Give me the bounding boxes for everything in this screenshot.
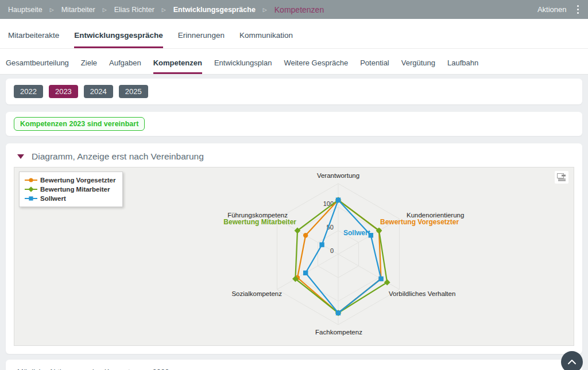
status-badge: Kompetenzen 2023 sind vereinbart — [14, 117, 145, 131]
breadcrumb-bar: Hauptseite▷Mitarbeiter▷Elias Richter▷Ent… — [0, 0, 588, 19]
year-button-2025[interactable]: 2025 — [119, 85, 148, 98]
breadcrumb-item-kompetenzen[interactable]: Kompetenzen — [274, 5, 324, 14]
legend-label: Sollwert — [40, 195, 66, 202]
tab-entwicklungsgespräche[interactable]: Entwicklungsgespräche — [74, 31, 163, 48]
subtab-gesamtbeurteilung[interactable]: Gesamtbeurteilung — [6, 59, 69, 74]
svg-text:Sozialkompetenz: Sozialkompetenz — [231, 290, 282, 297]
chart-export-menu-icon[interactable] — [555, 171, 568, 184]
breadcrumb-item-hauptseite[interactable]: Hauptseite — [8, 6, 42, 14]
breadcrumb-separator-icon: ▷ — [263, 7, 267, 13]
tab-mitarbeiterakte[interactable]: Mitarbeiterakte — [8, 31, 59, 48]
kebab-menu-icon[interactable] — [576, 4, 581, 15]
diagram-section-header[interactable]: Diagramm, Anzeige erst nach Vereinbarung — [14, 149, 574, 167]
breadcrumb-separator-icon: ▷ — [162, 7, 166, 13]
subtab-ziele[interactable]: Ziele — [81, 59, 97, 74]
breadcrumb-item-entwicklungsgespräche[interactable]: Entwicklungsgespräche — [173, 6, 256, 14]
svg-text:Verantwortung: Verantwortung — [317, 172, 359, 179]
legend-item-square[interactable]: Sollwert — [25, 195, 115, 202]
breadcrumb-item-elias-richter[interactable]: Elias Richter — [114, 6, 154, 14]
year-button-2024[interactable]: 2024 — [84, 85, 113, 98]
year-button-2022[interactable]: 2022 — [14, 85, 43, 98]
secondary-tab-bar: GesamtbeurteilungZieleAufgabenKompetenze… — [0, 49, 588, 75]
svg-text:Fachkompetenz: Fachkompetenz — [315, 329, 362, 336]
subtab-entwicklungsplan[interactable]: Entwicklungsplan — [214, 59, 272, 74]
legend-marker-square-icon — [25, 195, 37, 202]
diagram-card: Diagramm, Anzeige erst nach Vereinbarung… — [6, 143, 582, 354]
breadcrumb-item-mitarbeiter[interactable]: Mitarbeiter — [61, 6, 95, 14]
year-filter-card: 2022202320242025 — [6, 79, 582, 104]
chevron-up-icon — [567, 359, 577, 365]
subtab-laufbahn[interactable]: Laufbahn — [447, 59, 478, 74]
svg-text:0: 0 — [330, 247, 334, 254]
topbar-actions: Aktionen — [537, 4, 580, 15]
diagram-section-title: Diagramm, Anzeige erst nach Vereinbarung — [32, 151, 204, 162]
legend-label: Bewertung Mitarbeiter — [40, 186, 110, 193]
svg-text:Vorbildliches Verhalten: Vorbildliches Verhalten — [389, 290, 455, 297]
footer-actions-card: Mögliche Aktionen zu den Kompetenzen 202… — [6, 360, 582, 370]
legend-label: Bewertung Vorgesetzter — [40, 177, 115, 184]
subtab-aufgaben[interactable]: Aufgaben — [109, 59, 141, 74]
subtab-vergütung[interactable]: Vergütung — [401, 59, 435, 74]
tab-kommunikation[interactable]: Kommunikation — [239, 31, 293, 48]
footer-actions-title: Mögliche Aktionen zu den Kompetenzen 202… — [17, 368, 169, 370]
subtab-potential[interactable]: Potential — [360, 59, 389, 74]
legend-item-diamond[interactable]: Bewertung Mitarbeiter — [25, 186, 115, 193]
svg-text:Bewertung Vorgesetzter: Bewertung Vorgesetzter — [380, 218, 459, 226]
breadcrumb-separator-icon: ▷ — [50, 7, 54, 13]
collapse-caret-icon — [17, 154, 24, 159]
breadcrumb-separator-icon: ▷ — [103, 7, 107, 13]
tab-erinnerungen[interactable]: Erinnerungen — [178, 31, 225, 48]
status-card: Kompetenzen 2023 sind vereinbart — [6, 112, 582, 136]
subtab-weitere-gespräche[interactable]: Weitere Gespräche — [284, 59, 348, 74]
actions-button[interactable]: Aktionen — [537, 5, 567, 14]
scroll-top-button[interactable] — [561, 351, 583, 370]
legend-item-circle[interactable]: Bewertung Vorgesetzter — [25, 177, 115, 184]
year-button-2023[interactable]: 2023 — [49, 85, 78, 98]
svg-text:Bewertung Mitarbeiter: Bewertung Mitarbeiter — [223, 218, 296, 226]
primary-tab-bar: MitarbeiterakteEntwicklungsgesprächeErin… — [0, 19, 588, 49]
svg-text:Sollwert: Sollwert — [343, 229, 370, 237]
subtab-kompetenzen[interactable]: Kompetenzen — [153, 59, 202, 74]
content: 2022202320242025 Kompetenzen 2023 sind v… — [0, 79, 588, 370]
radar-chart-panel: Bewertung VorgesetzterBewertung Mitarbei… — [14, 167, 574, 346]
breadcrumb: Hauptseite▷Mitarbeiter▷Elias Richter▷Ent… — [8, 5, 324, 14]
chart-legend: Bewertung VorgesetzterBewertung Mitarbei… — [19, 172, 123, 207]
legend-marker-circle-icon — [25, 177, 37, 184]
legend-marker-diamond-icon — [25, 186, 37, 193]
app-root: Hauptseite▷Mitarbeiter▷Elias Richter▷Ent… — [0, 0, 588, 370]
